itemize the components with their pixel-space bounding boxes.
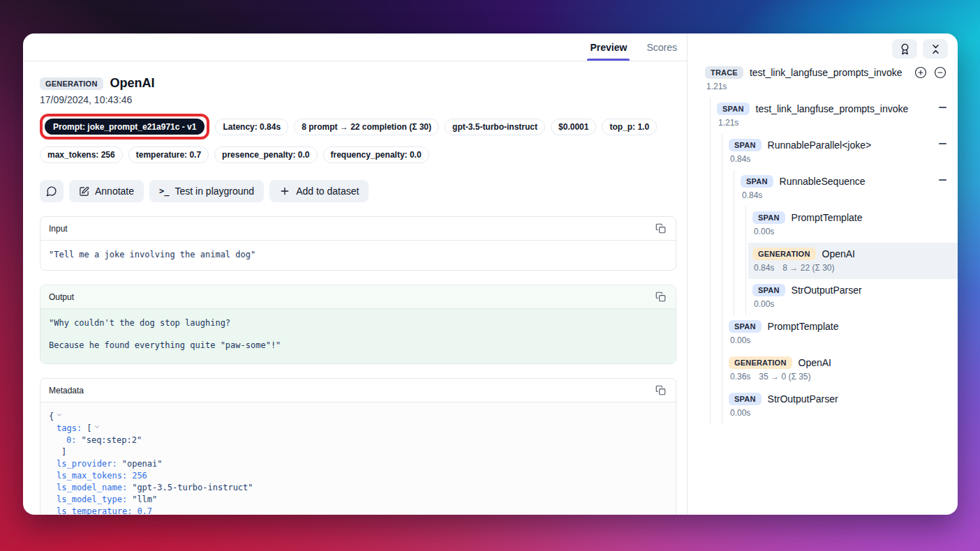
generation-token-metrics: 8 → 22 (Σ 30) xyxy=(782,263,834,273)
annotate-icon xyxy=(79,186,89,197)
span-badge: SPAN xyxy=(752,211,785,224)
top-p-pill: top_p: 1.0 xyxy=(602,119,657,135)
copy-input-button[interactable] xyxy=(654,222,667,235)
comment-button[interactable] xyxy=(40,180,64,202)
copy-metadata-button[interactable] xyxy=(654,384,667,397)
frequency-penalty-pill: frequency_penalty: 0.0 xyxy=(323,146,429,163)
json-line: ls_temperature:0.7 xyxy=(49,506,667,515)
output-blank-line xyxy=(49,329,667,340)
tab-scores-label: Scores xyxy=(646,42,677,53)
token-usage-pill: 8 prompt → 22 completion (Σ 30) xyxy=(294,119,439,135)
prompt-pill-highlight-box: Prompt: joke_prompt_e21a971c - v1 xyxy=(40,114,209,139)
pills-row-1: Prompt: joke_prompt_e21a971c - v1 8 prom… xyxy=(40,114,676,139)
plus-icon xyxy=(279,186,290,197)
page-title: OpenAI xyxy=(110,76,155,91)
collapse-row-icon[interactable] xyxy=(939,143,946,144)
collapse-panel-button[interactable] xyxy=(923,39,948,59)
collapse-icon xyxy=(930,43,942,55)
metadata-section: Metadata { tags:[ 0:"seq:step:2" ] ls_pr… xyxy=(40,378,676,515)
input-section: Input "Tell me a joke involving the anim… xyxy=(40,216,676,271)
output-section-header: Output xyxy=(40,285,676,309)
plus-circle-icon[interactable] xyxy=(914,66,927,79)
span-duration: 0.00s xyxy=(730,408,750,418)
span-badge: SPAN xyxy=(752,284,785,296)
chevron-down-icon[interactable] xyxy=(94,423,101,430)
generation-name: OpenAI xyxy=(799,357,831,368)
actions-row: Annotate >_ Test in playground Add to da… xyxy=(40,180,676,202)
add-to-dataset-label: Add to dataset xyxy=(296,186,359,197)
award-icon xyxy=(899,43,911,55)
collapse-row-icon[interactable] xyxy=(939,179,946,181)
span-name: StrOutputParser xyxy=(792,285,862,296)
output-content: "Why couldn't the dog stop laughing? Bec… xyxy=(40,309,676,363)
test-in-playground-button[interactable]: >_ Test in playground xyxy=(149,180,264,202)
input-content: "Tell me a joke involving the animal dog… xyxy=(40,241,676,270)
award-button[interactable] xyxy=(892,39,917,59)
annotate-label: Annotate xyxy=(95,186,134,197)
generation-duration: 0.36s xyxy=(730,372,750,382)
copy-output-button[interactable] xyxy=(654,290,667,303)
annotate-button[interactable]: Annotate xyxy=(69,180,144,202)
span-duration: 1.21s xyxy=(718,118,738,128)
span-node: SPAN RunnableSequence 0.84s xyxy=(741,170,946,315)
span-row[interactable]: SPAN PromptTemplate 0.00s xyxy=(752,206,946,243)
span-name: test_link_langfuse_prompts_invoke xyxy=(756,103,909,114)
span-badge: SPAN xyxy=(729,320,762,333)
span-badge: SPAN xyxy=(741,175,773,188)
json-line: 0:"seq:step:2" xyxy=(49,435,667,446)
span-row[interactable]: SPAN test_link_langfuse_prompts_invoke 1… xyxy=(717,98,946,134)
tree-level-2: SPAN RunnableParallel<joke> 0.84s xyxy=(722,134,946,424)
prompt-link-pill[interactable]: Prompt: joke_prompt_e21a971c - v1 xyxy=(45,119,205,135)
generation-token-metrics: 35 → 0 (Σ 35) xyxy=(759,372,810,382)
span-node: SPAN test_link_langfuse_prompts_invoke 1… xyxy=(717,98,946,424)
span-name: RunnableSequence xyxy=(780,176,866,187)
generation-duration: 0.84s xyxy=(754,263,774,273)
span-row[interactable]: SPAN StrOutputParser 0.00s xyxy=(752,279,946,315)
terminal-icon: >_ xyxy=(159,186,169,196)
json-line: ls_max_tokens:256 xyxy=(49,470,667,482)
tree-level-1: SPAN test_link_langfuse_prompts_invoke 1… xyxy=(710,98,946,424)
generation-row[interactable]: GENERATION OpenAI 0.36s 35 → 0 (Σ 35) xyxy=(729,352,946,388)
sidebar-actions xyxy=(705,39,948,59)
span-duration: 0.00s xyxy=(754,227,774,236)
output-line-1: "Why couldn't the dog stop laughing? xyxy=(49,317,667,329)
tab-scores[interactable]: Scores xyxy=(645,33,678,61)
metadata-title: Metadata xyxy=(49,386,84,395)
span-row[interactable]: SPAN RunnableParallel<joke> 0.84s xyxy=(729,134,946,170)
input-section-header: Input xyxy=(40,217,676,241)
generation-detail-panel: Preview Scores GENERATION OpenAI 17/09/2… xyxy=(23,33,688,515)
trace-node: TRACE test_link_langfuse_prompts_invoke … xyxy=(705,61,946,424)
span-name: PromptTemplate xyxy=(768,321,839,332)
trace-row[interactable]: TRACE test_link_langfuse_prompts_invoke … xyxy=(705,61,946,98)
span-badge: SPAN xyxy=(729,393,762,405)
span-row[interactable]: SPAN PromptTemplate 0.00s xyxy=(729,315,946,352)
tab-preview[interactable]: Preview xyxy=(588,33,628,61)
trace-tree-panel: TRACE test_link_langfuse_prompts_invoke … xyxy=(688,33,958,515)
chevron-down-icon[interactable] xyxy=(56,412,63,418)
json-line: ls_provider:"openai" xyxy=(49,458,667,470)
json-line: ] xyxy=(49,446,667,458)
temperature-pill: temperature: 0.7 xyxy=(128,146,209,163)
tree-level-4: SPAN PromptTemplate 0.00s xyxy=(745,206,946,315)
json-line: ls_model_name:"gpt-3.5-turbo-instruct" xyxy=(49,482,667,494)
output-section: Output "Why couldn't the dog stop laughi… xyxy=(40,285,676,364)
add-to-dataset-button[interactable]: Add to dataset xyxy=(269,180,369,202)
minus-circle-icon[interactable] xyxy=(934,66,946,79)
span-name: RunnableParallel<joke> xyxy=(768,139,872,151)
span-row[interactable]: SPAN RunnableSequence 0.84s xyxy=(741,170,946,206)
json-line: { xyxy=(49,411,667,423)
span-duration: 0.00s xyxy=(730,335,750,345)
input-title: Input xyxy=(49,224,68,234)
collapse-row-icon[interactable] xyxy=(939,107,946,108)
tab-preview-label: Preview xyxy=(590,42,627,53)
json-line: tags:[ xyxy=(49,423,667,435)
copy-icon xyxy=(655,292,666,302)
span-name: PromptTemplate xyxy=(792,212,863,223)
cost-pill: $0.0001 xyxy=(551,119,596,135)
generation-row-selected[interactable]: GENERATION OpenAI 0.84s 8 → 22 (Σ 30) xyxy=(748,243,958,279)
presence-penalty-pill: presence_penalty: 0.0 xyxy=(214,146,317,163)
latency-pill: Latency: 0.84s xyxy=(215,119,288,135)
active-tab-underline xyxy=(587,59,630,61)
span-row[interactable]: SPAN StrOutputParser 0.00s xyxy=(729,388,946,424)
trace-duration: 1.21s xyxy=(706,82,727,91)
